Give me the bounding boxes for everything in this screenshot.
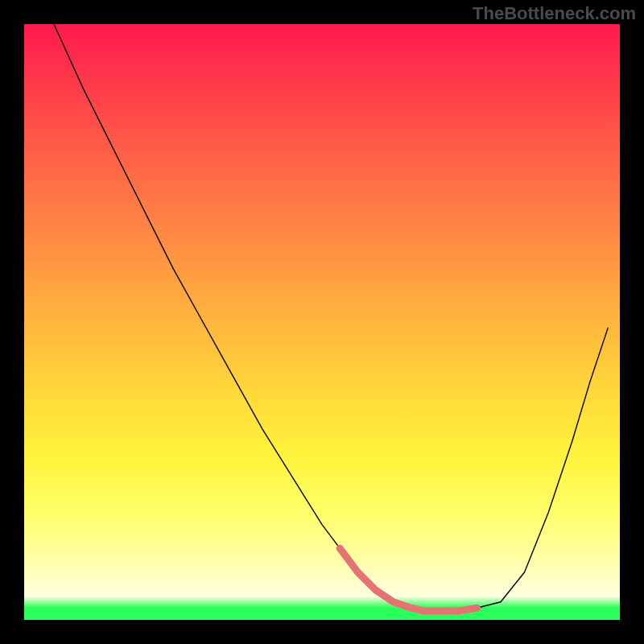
series-pink-highlight: [340, 548, 477, 611]
chart-svg: [24, 24, 620, 620]
watermark-text: TheBottleneck.com: [473, 3, 636, 24]
chart-frame: TheBottleneck.com: [0, 0, 644, 644]
plot-area: [24, 24, 620, 620]
series-black-curve: [54, 24, 608, 611]
